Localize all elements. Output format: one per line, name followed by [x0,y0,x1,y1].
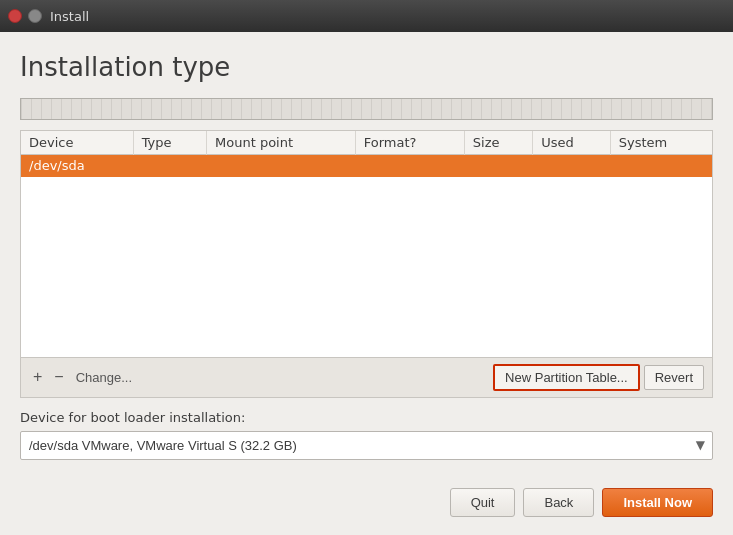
install-now-button[interactable]: Install Now [602,488,713,517]
revert-button[interactable]: Revert [644,365,704,390]
remove-partition-button[interactable]: − [50,369,67,385]
minimize-button[interactable] [28,9,42,23]
col-used: Used [533,131,611,155]
quit-button[interactable]: Quit [450,488,516,517]
empty-row [21,177,712,357]
cell-used [533,155,611,177]
title-bar: Install [0,0,733,32]
cell-format [355,155,464,177]
window-controls [8,9,42,23]
col-size: Size [464,131,532,155]
main-content: Installation type Device Type Mount poin… [0,32,733,478]
table-header-row: Device Type Mount point Format? Size Use… [21,131,712,155]
bootloader-label: Device for boot loader installation: [20,410,713,425]
bootloader-select-wrapper: /dev/sda VMware, VMware Virtual S (32.2 … [20,431,713,460]
cell-system [610,155,712,177]
back-button[interactable]: Back [523,488,594,517]
cell-mount [207,155,356,177]
partition-slider-inner [21,99,712,119]
bottom-buttons: Quit Back Install Now [0,478,733,532]
col-format: Format? [355,131,464,155]
partition-table-container: Device Type Mount point Format? Size Use… [20,130,713,358]
add-partition-button[interactable]: + [29,369,46,385]
cell-type [133,155,206,177]
window-title: Install [50,9,89,24]
empty-cell [21,177,712,357]
close-button[interactable] [8,9,22,23]
table-row[interactable]: /dev/sda [21,155,712,177]
bootloader-select[interactable]: /dev/sda VMware, VMware Virtual S (32.2 … [20,431,713,460]
col-system: System [610,131,712,155]
page-title: Installation type [20,52,713,82]
col-mount-point: Mount point [207,131,356,155]
bootloader-section: Device for boot loader installation: /de… [20,398,713,468]
partition-table: Device Type Mount point Format? Size Use… [21,131,712,357]
partition-slider[interactable] [20,98,713,120]
change-partition-button[interactable]: Change... [72,370,136,385]
col-type: Type [133,131,206,155]
new-partition-table-button[interactable]: New Partition Table... [493,364,640,391]
partition-toolbar: + − Change... New Partition Table... Rev… [20,358,713,398]
col-device: Device [21,131,133,155]
cell-device: /dev/sda [21,155,133,177]
cell-size [464,155,532,177]
